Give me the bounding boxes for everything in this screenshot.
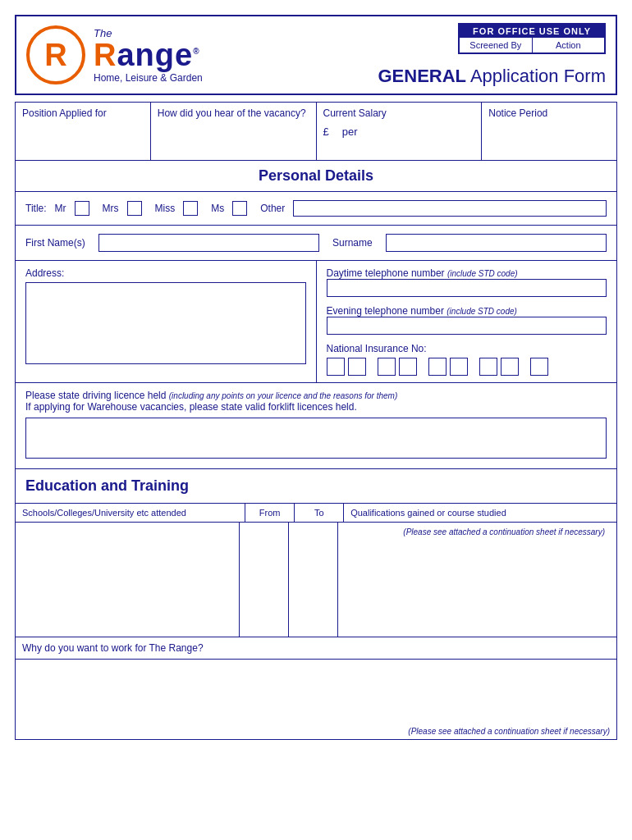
ni-section: National Insurance No: (327, 343, 607, 376)
office-use-box: FOR OFFICE USE ONLY Screened By Action (458, 23, 606, 54)
ni-box-1[interactable] (327, 358, 345, 376)
edu-col-school-header: Schools/Colleges/University etc attended (16, 504, 245, 522)
logo-r-icon: R (44, 38, 66, 73)
title-row: Title: Mr Mrs Miss Ms Other (16, 192, 616, 226)
address-label: Address: (25, 267, 306, 279)
edu-body-qual[interactable]: (Please see attached a continuation shee… (338, 523, 616, 637)
logo-text-area: The Range® Home, Leisure & Garden (94, 27, 203, 84)
driving-section: Please state driving licence held (inclu… (16, 383, 616, 469)
form-title-bold: GENERAL (378, 66, 466, 86)
salary-cell: Current Salary £ per (317, 103, 483, 160)
ni-box-6[interactable] (450, 358, 468, 376)
ni-box-8[interactable] (501, 358, 519, 376)
edu-body-school[interactable] (16, 523, 240, 637)
top-row: Position Applied for How did you hear of… (16, 103, 616, 161)
title-ms-label: Ms (211, 203, 224, 214)
title-label: Title: (25, 203, 47, 214)
driving-input[interactable] (25, 418, 607, 459)
main-form: Position Applied for How did you hear of… (15, 102, 617, 740)
title-mr-label: Mr (55, 203, 66, 214)
logo-range-rest: ange (117, 38, 193, 72)
salary-label: Current Salary (323, 107, 387, 119)
why-work-label: Why do you want to work for The Range? (22, 642, 204, 654)
edu-continuation-note: (Please see attached a continuation shee… (343, 526, 611, 538)
title-mr-checkbox[interactable] (75, 201, 89, 216)
position-cell: Position Applied for (16, 103, 151, 160)
address-col: Address: (16, 261, 317, 382)
form-title: GENERAL Application Form (378, 66, 606, 87)
first-name-input[interactable] (98, 234, 319, 252)
screened-by-field[interactable]: Screened By (460, 38, 532, 52)
edu-col-from-header: From (245, 504, 295, 522)
ni-box-7[interactable] (479, 358, 497, 376)
form-title-text: Application Form (470, 66, 606, 86)
logo-circle: R (26, 25, 85, 84)
first-name-label: First Name(s) (25, 237, 85, 249)
surname-label: Surname (332, 237, 373, 249)
header: R The Range® Home, Leisure & Garden FOR … (15, 15, 617, 95)
salary-per: per (342, 126, 358, 138)
salary-amount: £ per (323, 126, 475, 138)
education-table-header: Schools/Colleges/University etc attended… (16, 504, 616, 523)
title-ms-checkbox[interactable] (232, 201, 247, 216)
header-right: FOR OFFICE USE ONLY Screened By Action G… (316, 23, 606, 87)
logo-range-text: Range® (94, 39, 203, 71)
title-other-label: Other (260, 203, 285, 214)
logo-tagline: Home, Leisure & Garden (94, 72, 203, 84)
why-continuation-note: (Please see attached a continuation shee… (16, 725, 616, 739)
personal-details-title: Personal Details (259, 167, 373, 184)
daytime-phone-label: Daytime telephone number (include STD co… (327, 267, 607, 279)
edu-body-to[interactable] (289, 523, 338, 637)
office-use-fields: Screened By Action (460, 38, 604, 52)
notice-cell: Notice Period (482, 103, 616, 160)
why-work-area[interactable] (16, 660, 616, 725)
salary-currency: £ (323, 126, 329, 138)
logo-registered: ® (193, 47, 199, 56)
education-body: (Please see attached a continuation shee… (16, 523, 616, 637)
ni-box-9[interactable] (530, 358, 548, 376)
address-phone-row: Address: Daytime telephone number (inclu… (16, 261, 616, 383)
vacancy-cell: How did you hear of the vacancy? (151, 103, 317, 160)
personal-details-header: Personal Details (16, 161, 616, 192)
evening-phone-input[interactable] (327, 317, 607, 335)
title-mrs-checkbox[interactable] (127, 201, 142, 216)
evening-phone-label: Evening telephone number (include STD co… (327, 305, 607, 317)
vacancy-label: How did you hear of the vacancy? (158, 107, 306, 119)
edu-body-from[interactable] (240, 523, 289, 637)
ni-boxes (327, 358, 607, 376)
action-field[interactable]: Action (533, 38, 604, 52)
logo-range-r: R (94, 38, 117, 72)
phone-col: Daytime telephone number (include STD co… (317, 261, 617, 382)
education-header: Education and Training (16, 469, 616, 504)
ni-box-2[interactable] (348, 358, 366, 376)
daytime-phone-input[interactable] (327, 279, 607, 297)
logo-area: R The Range® Home, Leisure & Garden (26, 25, 316, 84)
ni-box-5[interactable] (428, 358, 447, 376)
why-work-label-row: Why do you want to work for The Range? (16, 637, 616, 660)
surname-input[interactable] (386, 234, 607, 252)
title-mrs-label: Mrs (103, 203, 119, 214)
position-label: Position Applied for (22, 107, 107, 119)
office-use-title: FOR OFFICE USE ONLY (460, 25, 604, 38)
address-input[interactable] (25, 282, 306, 364)
name-row: First Name(s) Surname (16, 226, 616, 261)
ni-label: National Insurance No: (327, 343, 607, 354)
driving-text: Please state driving licence held (inclu… (25, 390, 607, 413)
edu-col-qual-header: Qualifications gained or course studied (344, 504, 616, 522)
daytime-phone-section: Daytime telephone number (include STD co… (327, 267, 607, 297)
ni-box-4[interactable] (399, 358, 417, 376)
title-other-input[interactable] (293, 200, 607, 217)
title-miss-checkbox[interactable] (183, 201, 198, 216)
page: R The Range® Home, Leisure & Garden FOR … (0, 0, 632, 840)
notice-label: Notice Period (488, 107, 547, 119)
edu-col-to-header: To (295, 504, 344, 522)
evening-phone-section: Evening telephone number (include STD co… (327, 305, 607, 335)
ni-box-3[interactable] (378, 358, 396, 376)
title-miss-label: Miss (155, 203, 176, 214)
education-title: Education and Training (25, 477, 189, 494)
